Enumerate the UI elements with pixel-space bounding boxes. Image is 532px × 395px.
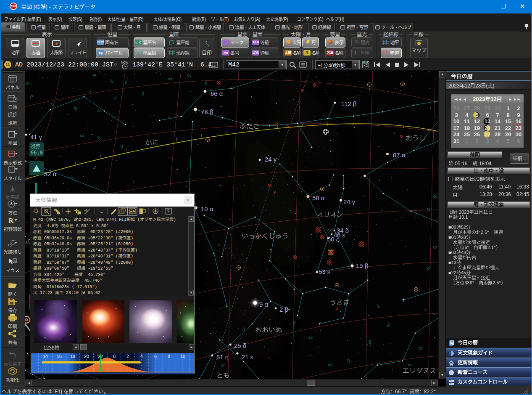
svg-text:31 η: 31 η bbox=[216, 353, 229, 361]
svg-text:NOW: NOW bbox=[121, 61, 129, 64]
svg-text:112 β: 112 β bbox=[341, 100, 357, 107]
svg-text:78 β: 78 β bbox=[201, 108, 213, 115]
svg-text:2: 2 bbox=[126, 354, 129, 359]
svg-text:エリダヌス: エリダヌス bbox=[403, 366, 436, 376]
svg-text:オリオン: オリオン bbox=[317, 210, 344, 220]
svg-text:24 γ: 24 γ bbox=[265, 156, 277, 163]
svg-text:4: 4 bbox=[140, 354, 143, 359]
svg-text:18: 18 bbox=[70, 354, 75, 359]
svg-text:16: 16 bbox=[57, 354, 62, 359]
svg-text:21 ε: 21 ε bbox=[242, 353, 253, 361]
svg-text:87 α: 87 α bbox=[393, 151, 406, 159]
svg-text:0: 0 bbox=[113, 354, 116, 359]
svg-text:いっかくじゅう: いっかくじゅう bbox=[242, 231, 289, 241]
svg-text:19 β: 19 β bbox=[356, 262, 369, 269]
svg-text:かに: かに bbox=[145, 138, 158, 148]
svg-text:41 γ: 41 γ bbox=[30, 133, 42, 141]
svg-text:おうし: おうし bbox=[406, 133, 426, 143]
svg-text:2 β: 2 β bbox=[279, 306, 289, 313]
svg-text:96.0: 96.0 bbox=[31, 150, 43, 156]
svg-text:?: ? bbox=[167, 209, 169, 214]
svg-text:おおいぬ: おおいぬ bbox=[255, 325, 282, 335]
svg-text:53 κ: 53 κ bbox=[319, 268, 331, 275]
svg-text:うさぎ: うさぎ bbox=[329, 298, 350, 308]
svg-text:50 ζ: 50 ζ bbox=[327, 236, 339, 243]
svg-text:R: R bbox=[8, 217, 14, 225]
svg-text:8: 8 bbox=[168, 354, 170, 359]
svg-text:20: 20 bbox=[84, 354, 89, 359]
svg-text:10: 10 bbox=[180, 354, 185, 359]
svg-text:9 α: 9 α bbox=[259, 301, 269, 308]
svg-text:32 α: 32 α bbox=[44, 170, 57, 178]
svg-text:24 γ: 24 γ bbox=[343, 198, 356, 205]
svg-text:視野: 視野 bbox=[31, 143, 40, 150]
svg-text:i: i bbox=[450, 371, 452, 375]
svg-text:とも: とも bbox=[216, 371, 230, 379]
svg-text:10 α: 10 α bbox=[201, 205, 213, 212]
svg-text:66 α: 66 α bbox=[211, 90, 223, 97]
svg-text:58 α: 58 α bbox=[312, 194, 325, 201]
svg-text:ふたご: ふたご bbox=[240, 122, 260, 132]
svg-text:25 δ: 25 δ bbox=[234, 342, 246, 349]
svg-text:14: 14 bbox=[43, 354, 48, 359]
svg-text:6: 6 bbox=[154, 354, 157, 359]
